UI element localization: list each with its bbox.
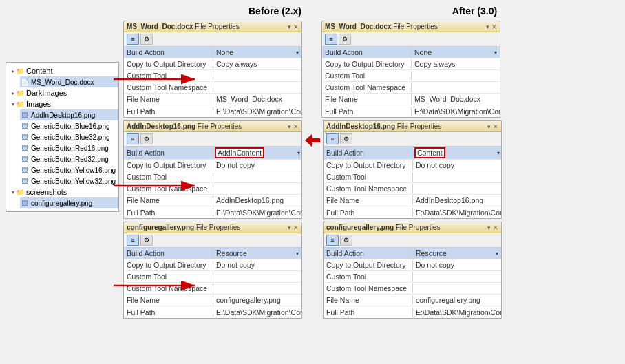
before-top-row5-value: MS_Word_Doc.docx <box>213 94 301 104</box>
after-mid-toolbar-icon1[interactable]: ≡ <box>326 133 339 144</box>
before-bot-toolbar-icon1[interactable]: ≡ <box>127 235 139 246</box>
before-top-row3-label: Custom Tool <box>124 71 213 81</box>
before-top-row4-label: Custom Tool Namespace <box>124 83 213 92</box>
before-mid-row3-value <box>213 176 301 178</box>
after-bot-row5-value: configuregallery.png <box>413 295 501 305</box>
before-mid-row5-label: File Name <box>124 195 213 205</box>
after-top-controls: ▾ ✕ <box>486 23 497 30</box>
after-bot-row3-value <box>413 276 501 277</box>
before-bot-row4-label: Custom Tool Namespace <box>124 283 213 293</box>
after-mid-title: AddInDesktop16.png File Properties <box>326 122 441 130</box>
after-top-row1-value: None ▾ <box>412 47 500 57</box>
after-mid-row6-label: Full Path <box>324 208 413 217</box>
tree-item-genericblue32[interactable]: 🖼 GenericButtonBlue32.png <box>20 131 118 142</box>
before-mid-row2-label: Copy to Output Directory <box>124 160 213 170</box>
after-mid-row6-value: E:\Data\SDK\Migration\Configur <box>413 208 501 217</box>
before-top-row2-label: Copy to Output Directory <box>124 59 213 69</box>
before-mid-row3-label: Custom Tool <box>124 172 213 182</box>
before-top-toolbar-icon1[interactable]: ≡ <box>127 34 139 45</box>
before-top-row6-value: E:\Data\SDK\Migration\Configur <box>213 107 301 116</box>
after-bot-toolbar-icon2[interactable]: ⚙ <box>340 235 352 246</box>
arrow-spacer-top <box>305 21 319 48</box>
before-bot-title: configuregallery.png File Properties <box>127 224 240 231</box>
before-bot-panel: configuregallery.png File Properties ▾ ✕… <box>123 222 302 319</box>
after-bot-toolbar-icon1[interactable]: ≡ <box>326 235 339 246</box>
after-top-row6-value: E:\Data\SDK\Migration\Configur <box>412 107 500 116</box>
before-mid-row2-value: Do not copy <box>213 160 301 170</box>
after-bot-row2-value: Do not copy <box>413 260 501 270</box>
before-bot-toolbar-icon2[interactable]: ⚙ <box>140 235 153 246</box>
before-top-row4-value <box>213 87 301 88</box>
tree-item-genericyellow32[interactable]: 🖼 GenericButtonYellow32.png <box>20 175 118 186</box>
before-mid-row1-value: AddInContent ▾ <box>213 147 301 159</box>
tree-item-addindesktop16[interactable]: 🖼 AddInDesktop16.png <box>20 109 118 120</box>
header-before: Before (2.x) <box>182 6 368 17</box>
before-bot-row1-label: Build Action <box>124 248 213 258</box>
before-bot-controls: ▾ ✕ <box>288 224 299 231</box>
before-top-row6-label: Full Path <box>124 107 213 116</box>
after-bot-row1-value: Resource ▾ <box>413 248 501 258</box>
after-mid-row3-label: Custom Tool <box>324 172 413 182</box>
after-bot-title: configuregallery.png File Properties <box>326 224 440 231</box>
after-top-row6-label: Full Path <box>322 107 412 116</box>
before-mid-row6-value: E:\Data\SDK\Migration\Configur <box>213 208 301 217</box>
after-top-row4-label: Custom Tool Namespace <box>322 83 412 92</box>
before-top-row1-value: None ▾ <box>213 47 301 57</box>
tree-item-genericred16[interactable]: 🖼 GenericButtonRed16.png <box>20 142 118 153</box>
before-mid-panel: AddInDesktop16.png File Properties ▾ ✕ ≡… <box>123 120 302 219</box>
after-mid-row2-label: Copy to Output Directory <box>324 160 413 170</box>
before-top-row5-label: File Name <box>124 94 213 104</box>
after-mid-row1-label: Build Action <box>324 148 413 158</box>
before-mid-controls: ▾ ✕ <box>288 123 299 130</box>
before-bot-row6-label: Full Path <box>124 308 213 317</box>
before-mid-toolbar-icon2[interactable]: ⚙ <box>140 133 153 144</box>
before-top-controls: ▾ ✕ <box>288 23 299 30</box>
double-arrow-mid <box>305 120 320 147</box>
after-top-panel: MS_Word_Doc.docx File Properties ▾ ✕ ≡ ⚙… <box>321 21 500 118</box>
before-mid-row6-label: Full Path <box>124 208 213 217</box>
before-top-row2-value: Copy always <box>213 59 301 69</box>
before-top-toolbar-icon2[interactable]: ⚙ <box>140 34 153 45</box>
after-bot-row6-label: Full Path <box>324 308 413 317</box>
tree-item-darkimages[interactable]: ▸ 📁 DarkImages <box>12 87 118 98</box>
after-mid-row2-value: Do not copy <box>413 160 501 170</box>
before-bot-row3-label: Custom Tool <box>124 272 213 281</box>
tree-item-content[interactable]: ▸ 📁 Content <box>12 65 118 76</box>
tree-item-ms-word[interactable]: 📄 MS_Word_Doc.docx <box>20 76 118 87</box>
after-top-toolbar-icon2[interactable]: ⚙ <box>339 34 351 45</box>
after-bot-row2-label: Copy to Output Directory <box>324 260 413 270</box>
tree-item-genericblue16[interactable]: 🖼 GenericButtonBlue16.png <box>20 120 118 131</box>
after-top-row2-value: Copy always <box>412 59 500 69</box>
before-mid-row5-value: AddInDesktop16.png <box>213 195 301 205</box>
before-mid-row4-label: Custom Tool Namespace <box>124 184 213 193</box>
after-top-toolbar-icon1[interactable]: ≡ <box>325 34 337 45</box>
after-bot-controls: ▾ ✕ <box>487 224 498 231</box>
before-mid-title: AddInDesktop16.png File Properties <box>127 122 242 130</box>
tree-item-genericyellow16[interactable]: 🖼 GenericButtonYellow16.png <box>20 164 118 175</box>
after-mid-row1-value: Content ▾ <box>413 147 501 159</box>
tree-item-configuregallery[interactable]: 🖼 configuregallery.png <box>20 197 118 208</box>
tree-item-images[interactable]: ▾ 📁 Images <box>12 98 118 109</box>
file-tree: ▸ 📁 Content 📄 MS_Word_Doc.docx ▸ 📁 DarkI… <box>6 62 119 212</box>
after-bot-panel: configuregallery.png File Properties ▾ ✕… <box>323 222 502 319</box>
before-bot-row6-value: E:\Data\SDK\Migration\Configur <box>213 308 301 317</box>
after-top-row1-label: Build Action <box>322 47 412 57</box>
before-top-panel: MS_Word_Doc.docx File Properties ▾ ✕ ≡ ⚙… <box>123 21 302 118</box>
before-bot-row4-value <box>213 288 301 289</box>
after-mid-row3-value <box>413 176 501 178</box>
before-mid-toolbar-icon1[interactable]: ≡ <box>127 133 139 144</box>
after-mid-row4-value <box>413 188 501 189</box>
after-top-row5-label: File Name <box>322 94 412 104</box>
after-mid-controls: ▾ ✕ <box>487 123 498 130</box>
before-bot-row5-value: configuregallery.png <box>213 295 301 305</box>
tree-item-screenshots[interactable]: ▾ 📁 screenshots <box>12 186 118 197</box>
after-top-row3-label: Custom Tool <box>322 71 412 81</box>
after-mid-toolbar-icon2[interactable]: ⚙ <box>340 133 352 144</box>
before-bot-row3-value <box>213 276 301 277</box>
tree-item-genericred32[interactable]: 🖼 GenericButtonRed32.png <box>20 153 118 164</box>
after-top-row3-value <box>412 75 500 76</box>
after-mid-row5-value: AddInDesktop16.png <box>413 195 501 205</box>
after-bot-row5-label: File Name <box>324 295 413 305</box>
after-bot-row1-label: Build Action <box>324 248 413 258</box>
after-mid-row5-label: File Name <box>324 195 413 205</box>
